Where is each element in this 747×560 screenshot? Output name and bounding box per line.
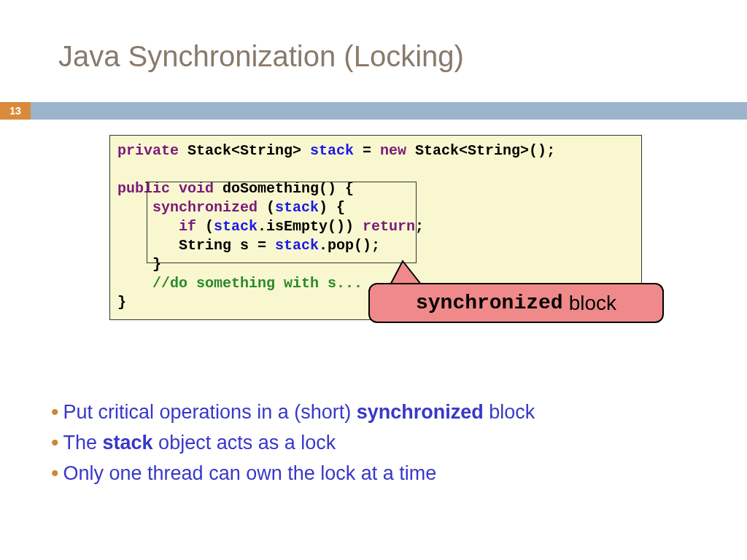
bullet-item: • Put critical operations in a (short) s… [51,397,703,428]
code-token: public [117,180,170,197]
code-token: void [179,180,214,197]
bullet-icon: • [51,397,59,426]
bullet-icon: • [51,428,59,456]
bullet-text: object acts as a lock [153,432,336,454]
code-token: = [354,142,380,159]
divider-bar [0,102,747,120]
code-token: .pop(); [319,237,380,254]
bullet-bold: synchronized [357,401,484,423]
code-token: ) { [319,199,345,216]
bullet-item: • The stack object acts as a lock [51,428,703,459]
code-token: doSomething() { [214,180,354,197]
code-token [117,275,152,292]
bullet-text: Only one thread can own the lock at a ti… [63,462,437,484]
code-token [117,218,179,235]
bullet-text: Put critical operations in a (short) [63,401,357,423]
callout-keyword: synchronized [416,292,563,314]
code-token: stack [310,142,354,159]
bullet-item: • Only one thread can own the lock at a … [51,459,703,489]
code-token: if [179,218,196,235]
code-token: stack [275,199,319,216]
code-token: Stack<String>(); [406,142,555,159]
code-token: } [117,294,126,311]
page-number: 13 [0,102,31,120]
code-token: Stack<String> [179,142,310,159]
callout-label: block [569,292,616,315]
code-token: ; [415,218,424,235]
code-token: } [117,256,161,273]
code-token: new [380,142,406,159]
code-token: return [363,218,415,235]
slide-title: Java Synchronization (Locking) [0,0,747,73]
code-token: stack [275,237,319,254]
code-token: ( [258,199,275,216]
code-token: private [117,142,179,159]
bullet-text: block [484,401,535,423]
code-token: stack [214,218,258,235]
code-token: String s = [117,237,275,254]
bullet-bold: stack [103,432,153,454]
code-token: //do something with s... [152,275,363,292]
callout-synchronized-block: synchronized block [368,283,664,323]
code-token [170,180,179,197]
code-token: .isEmpty()) [258,218,363,235]
code-token [117,199,152,216]
bullet-list: • Put critical operations in a (short) s… [51,397,703,489]
bullet-icon: • [51,459,59,487]
bullet-text: The [63,432,103,454]
code-token: ( [196,218,214,235]
code-token: synchronized [152,199,258,216]
